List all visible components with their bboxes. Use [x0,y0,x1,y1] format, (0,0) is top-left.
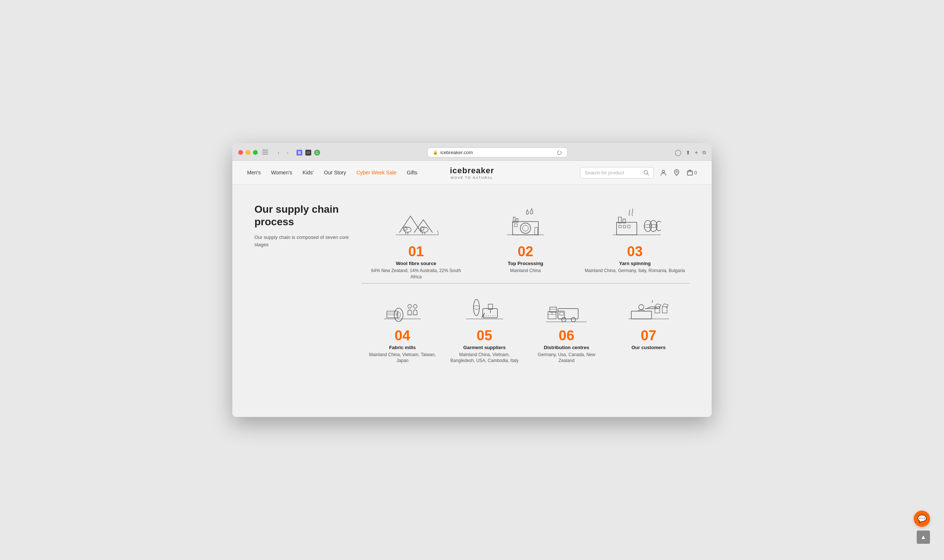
nav-left: Men's Women's Kids' Our Story Cyber Week… [247,169,417,175]
cart-icon [686,169,694,176]
stage-5-desc: Mainland China, Vietnam, Bangledesh, USA… [447,352,522,364]
svg-rect-0 [262,150,268,151]
stage-5: 05 Garment suppliers Mainland China, Vie… [444,287,526,364]
svg-rect-27 [535,228,537,235]
svg-rect-13 [687,171,693,175]
stage-1-desc: 64% New Zealand, 14% Australia, 22% Sout… [365,268,467,280]
cart-count: 0 [695,170,697,175]
extension-icon-3[interactable]: G [314,150,320,155]
profile-icon[interactable]: ◯ [675,149,681,156]
stage-6-illustration [542,287,590,324]
svg-rect-53 [483,309,497,318]
stage-6-desc: Germany, Usa, Canada, New Zealand [529,352,604,364]
browser-titlebar: ‹ › B 🛡 G 🔒 icebreaker.com ◯ ⬆ + ⧉ [232,143,712,161]
location-icon[interactable] [673,169,680,176]
nav-sale[interactable]: Cyber Week Sale [356,169,396,175]
sidebar-toggle-button[interactable] [262,150,268,155]
chevron-up-icon: ▲ [920,534,926,540]
nav-gifts[interactable]: Gifts [407,169,417,175]
svg-text:🛡: 🛡 [307,151,310,155]
stage-3-number: 03 [627,245,643,258]
svg-point-24 [520,223,531,233]
stage-1: 01 Wool fibre source 64% New Zealand, 14… [361,203,471,280]
svg-point-41 [656,221,661,231]
svg-point-67 [571,317,576,322]
svg-point-49 [413,305,417,308]
stage-3: 03 Yarn spinning Mainland China, Germany… [580,203,690,280]
cart-button[interactable]: 0 [686,169,697,176]
stage-2-title: Top Processing [508,261,544,266]
timeline-line-wrapper [254,283,690,283]
tabs-overview-icon[interactable]: ⧉ [702,150,706,155]
svg-rect-71 [655,307,660,313]
site-logo[interactable]: icebreaker [450,166,494,175]
stage-7-number: 07 [641,328,656,343]
section-desc: Our supply chain is composed of seven co… [254,234,350,248]
stage-2: 02 Top Processing Mainland China [471,203,581,280]
svg-rect-65 [560,312,564,315]
stage-2-illustration [502,203,550,240]
nav-kids[interactable]: Kids' [303,169,314,175]
maximize-button[interactable] [253,150,258,155]
search-box[interactable]: Search for product [580,167,654,178]
svg-text:G: G [316,151,319,155]
stage-5-number: 05 [477,328,492,343]
extension-icon-1[interactable]: B [296,150,302,155]
search-placeholder: Search for product [585,170,624,175]
address-bar-container: 🔒 icebreaker.com [325,148,670,157]
scroll-top-button[interactable]: ▲ [917,531,930,544]
svg-point-12 [676,171,678,172]
svg-point-11 [662,170,664,173]
svg-point-18 [421,227,428,232]
nav-mens[interactable]: Men's [247,169,261,175]
chat-button[interactable]: 💬 [914,511,930,527]
reload-icon[interactable] [557,150,562,155]
main-content: Our supply chain process Our supply chai… [232,185,712,417]
share-icon[interactable]: ⬆ [686,150,690,155]
stage-5-illustration [462,287,507,324]
svg-rect-1 [262,152,268,152]
stage-4-desc: Mainland China, Vietnam, Taiwan, Japan [365,352,440,364]
title-block: Our supply chain process Our supply chai… [254,203,361,248]
extension-icon-2[interactable]: 🛡 [305,150,311,155]
account-icon[interactable] [660,169,667,176]
nav-right: Search for product 0 [580,167,697,178]
stages-row-2: 04 Fabric mills Mainland China, Vietnam,… [361,287,690,364]
new-tab-icon[interactable]: + [695,149,698,156]
svg-rect-2 [262,154,268,154]
stage-4-illustration [380,287,424,324]
close-button[interactable] [238,150,243,155]
top-row: Our supply chain process Our supply chai… [254,203,690,280]
stage-6-number: 06 [559,328,574,343]
stage-6: 06 Distribution centres Germany, Usa, Ca… [525,287,608,364]
svg-line-10 [647,174,648,175]
section-title: Our supply chain process [254,203,350,228]
svg-rect-45 [387,311,398,318]
svg-point-25 [522,225,528,231]
svg-point-48 [408,305,411,308]
minimize-button[interactable] [246,150,250,155]
website: Men's Women's Kids' Our Story Cyber Week… [232,161,712,417]
svg-point-74 [639,305,644,310]
nav-womens[interactable]: Women's [271,169,293,175]
svg-point-66 [562,317,566,322]
stage-4-number: 04 [394,328,410,343]
svg-rect-72 [662,307,667,313]
svg-rect-35 [623,225,626,228]
svg-rect-34 [619,225,621,228]
stage-1-number: 01 [408,245,424,258]
bottom-row: 04 Fabric mills Mainland China, Vietnam,… [254,287,690,364]
svg-rect-26 [514,224,517,227]
lock-icon: 🔒 [433,150,438,155]
stage-1-title: Wool fibre source [396,261,437,266]
address-bar[interactable]: 🔒 icebreaker.com [427,148,568,157]
url-text: icebreaker.com [440,150,473,155]
stage-3-title: Yarn spinning [619,261,651,266]
back-button[interactable]: ‹ [276,149,282,156]
forward-button[interactable]: › [285,149,291,156]
svg-rect-73 [631,311,651,319]
stage-7-title: Our customers [632,345,665,350]
nav-our-story[interactable]: Our Story [324,169,346,175]
stage-4: 04 Fabric mills Mainland China, Vietnam,… [361,287,444,364]
chat-icon: 💬 [918,514,927,523]
